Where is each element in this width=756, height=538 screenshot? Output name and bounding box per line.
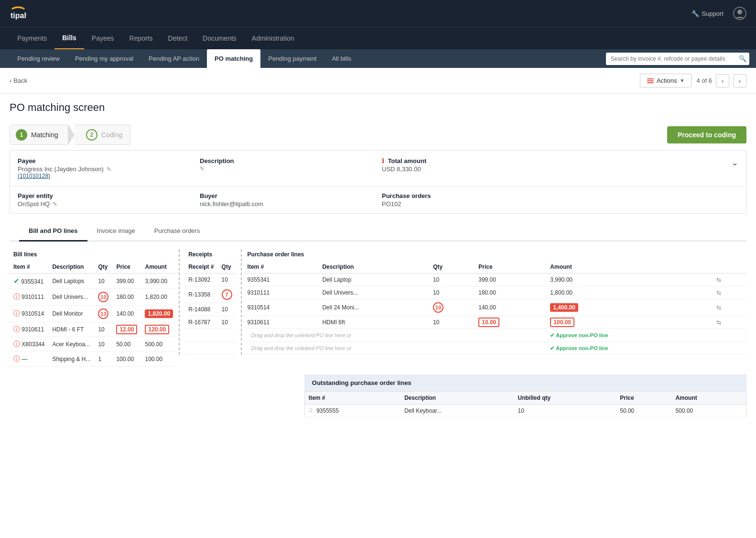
logo[interactable]: tipalti: [10, 5, 27, 22]
ok-icon: ✔: [13, 277, 20, 285]
next-page-button[interactable]: ›: [733, 74, 746, 88]
qty-badge: 10: [433, 302, 443, 313]
error-icon: ⓘ: [13, 340, 20, 348]
price-error: 10.00: [478, 318, 499, 327]
approve-non-po-button[interactable]: ✔ Approve non-PO line: [550, 332, 707, 339]
nav-reports[interactable]: Reports: [122, 28, 161, 49]
nav-payees[interactable]: Payees: [84, 28, 122, 49]
col-po-item: Item #: [244, 261, 319, 274]
step-matching[interactable]: 1 Matching: [10, 125, 68, 145]
receipt-row: R-13092 10: [184, 274, 236, 286]
tab-bill-and-po-lines[interactable]: Bill and PO lines: [19, 221, 87, 242]
logo-icon: tipalti: [10, 5, 27, 22]
receipt-row: R-14088 10: [184, 303, 236, 316]
support-link[interactable]: 🔧 Support: [691, 10, 724, 17]
purchase-orders-field: Purchase orders PO102: [382, 192, 556, 208]
receipt-row: [184, 329, 236, 342]
top-nav-right: 🔧 Support: [691, 7, 746, 20]
bill-lines-table: Item # Description Qty Price Amount ✔ 93…: [10, 261, 177, 367]
back-bar-right: Actions ▼ 4 of 6 ‹ ›: [640, 74, 746, 88]
po-lines-header-row: Item # Description Qty Price Amount: [244, 261, 746, 274]
col-po-qty: Qty: [429, 261, 475, 274]
subnav-pending-ap-action[interactable]: Pending AP action: [141, 49, 207, 68]
payee-edit-icon[interactable]: ✎: [107, 166, 111, 173]
page-title-section: PO matching screen: [0, 94, 756, 120]
subnav-pending-payment[interactable]: Pending payment: [260, 49, 324, 68]
bill-line-row: ⓘ 9310514 Dell Monitor 13 140.00 1,820.0…: [10, 306, 177, 322]
subnav-all-bills[interactable]: All bills: [324, 49, 358, 68]
col-price: Price: [112, 261, 141, 274]
pagination-info: 4 of 6 ‹ ›: [696, 74, 746, 88]
svg-text:tipalti: tipalti: [11, 11, 27, 20]
col-item: Item #: [10, 261, 48, 274]
col-out-amount: Amount: [671, 392, 746, 405]
receipt-row: [184, 342, 236, 355]
search-container: 🔍: [606, 53, 746, 65]
top-navigation: tipalti 🔧 Support: [0, 0, 756, 27]
payee-value: Progress Inc (Jayden Johnson) ✎: [18, 165, 192, 173]
table-section: Bill lines Item # Description Qty Price …: [0, 242, 756, 425]
search-input[interactable]: [606, 53, 749, 65]
checkmark-icon: ✔: [550, 332, 554, 339]
bill-line-row: ⓘ — Shipping & H... 1 100.00 100.00: [10, 352, 177, 367]
col-out-price: Price: [616, 392, 671, 405]
back-bar: ‹ Back Actions ▼ 4 of 6 ‹ ›: [0, 68, 756, 94]
nav-documents[interactable]: Documents: [195, 28, 244, 49]
proceed-to-coding-button[interactable]: Proceed to coding: [667, 126, 746, 143]
approve-non-po-button[interactable]: ✔ Approve non-PO line: [550, 345, 707, 351]
payee-field: Payee Progress Inc (Jayden Johnson) ✎ (1…: [18, 157, 192, 179]
outstanding-table: Item # Description Unbilled qty Price Am…: [304, 391, 746, 417]
step-coding[interactable]: 2 Coding: [75, 125, 130, 145]
po-line-row: 9355341 Dell Laptop 10 399.00 3,990.00 ⇆: [244, 274, 746, 286]
support-icon: 🔧: [691, 10, 699, 17]
bill-info-card-wrapper: Payee Progress Inc (Jayden Johnson) ✎ (1…: [0, 150, 756, 214]
tab-purchase-orders[interactable]: Purchase orders: [145, 221, 209, 242]
receipt-row: R-13358 7: [184, 286, 236, 303]
col-out-item: Item #: [304, 392, 400, 405]
buyer-field: Buyer nick.fishler@tipalti.com: [200, 192, 374, 208]
subnav-po-matching[interactable]: PO matching: [207, 49, 260, 68]
step-divider: [68, 124, 75, 145]
po-lines-table: Item # Description Qty Price Amount 9355…: [244, 261, 746, 355]
description-edit-icon[interactable]: ✎: [200, 165, 205, 172]
payer-entity-edit-icon[interactable]: ✎: [53, 201, 57, 208]
po-lines-section: Purchase order lines Item # Description …: [244, 249, 746, 355]
unlink-icon[interactable]: ⇆: [716, 276, 721, 283]
bill-lines-header: Bill lines: [10, 249, 177, 261]
payer-entity-value: OnSpot HQ ✎: [18, 200, 192, 208]
prev-page-button[interactable]: ‹: [716, 74, 729, 88]
col-receipt-num: Receipt #: [184, 261, 217, 274]
unlink-icon[interactable]: ⇆: [716, 304, 721, 311]
nav-administration[interactable]: Administration: [244, 28, 302, 49]
actions-button[interactable]: Actions ▼: [640, 74, 692, 88]
subnav-pending-review[interactable]: Pending review: [10, 49, 67, 68]
bill-info-row: Payer entity OnSpot HQ ✎ Buyer nick.fish…: [10, 187, 746, 213]
price-error: 12.00: [116, 325, 137, 334]
tab-invoice-image[interactable]: Invoice image: [87, 221, 145, 242]
main-navigation: Payments Bills Payees Reports Detect Doc…: [0, 27, 756, 49]
nav-bills[interactable]: Bills: [54, 27, 84, 49]
subnav-pending-my-approval[interactable]: Pending my approval: [67, 49, 141, 68]
receipts-header-row: Receipt # Qty: [184, 261, 236, 274]
po-line-row: Drag and drop the unlinked PO line here …: [244, 329, 746, 342]
col-amount: Amount: [141, 261, 177, 274]
unlink-icon[interactable]: ⇆: [716, 319, 721, 326]
qty-badge: 10: [98, 292, 108, 302]
user-avatar[interactable]: [733, 7, 746, 20]
card-collapse-toggle[interactable]: ⌄: [564, 157, 738, 168]
back-button[interactable]: ‹ Back: [10, 77, 27, 84]
col-out-unbilled: Unbilled qty: [514, 392, 616, 405]
nav-detect[interactable]: Detect: [161, 28, 195, 49]
buyer-value: nick.fishler@tipalti.com: [200, 200, 374, 208]
page-title: PO matching screen: [10, 101, 746, 114]
nav-payments[interactable]: Payments: [10, 28, 54, 49]
col-qty: Qty: [94, 261, 112, 274]
col-receipt-qty: Qty: [218, 261, 236, 274]
outstanding-title: Outstanding purchase order lines: [304, 374, 746, 391]
error-icon: ⓘ: [13, 309, 20, 317]
col-po-actions: [711, 261, 746, 274]
payer-entity-field: Payer entity OnSpot HQ ✎: [18, 192, 192, 208]
outstanding-section: Outstanding purchase order lines Item # …: [304, 374, 746, 417]
step2-number: 2: [86, 129, 97, 141]
unlink-icon[interactable]: ⇆: [716, 289, 721, 296]
